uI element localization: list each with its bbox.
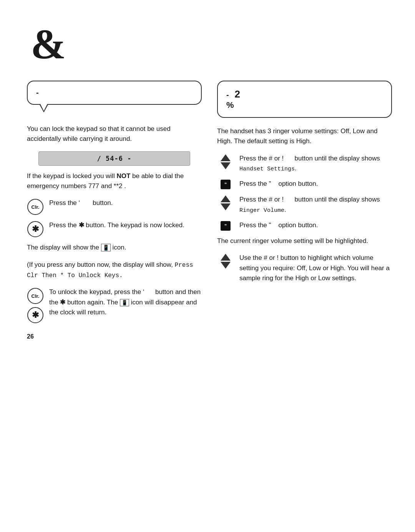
star-icon-cell: ✱ — [27, 221, 44, 237]
option-button-icon-1: " — [221, 180, 231, 189]
unlock-icon-cell: Clr. ✱ — [27, 288, 44, 323]
arrow-down-icon-3 — [221, 262, 231, 269]
right-step3-row: Press the # or ! button until the displa… — [217, 195, 392, 215]
step5-row: Clr. ✱ To unlock the keypad, press the ‘… — [27, 287, 202, 323]
right-step2-row: " Press the " option button. — [217, 179, 392, 189]
step3-text: The display will show the 📱 icon. — [27, 243, 202, 253]
right-column: - 2 % The handset has 3 ringer volume se… — [217, 81, 392, 289]
option-button-icon-2: " — [221, 221, 231, 231]
rect-btn-cell-1: " — [217, 180, 234, 189]
right-step4-row: " Press the " option button. — [217, 220, 392, 231]
right-bubble-percent: % — [226, 100, 383, 110]
clr-button-icon-2: Clr. — [27, 288, 43, 304]
arrow-down-icon-1 — [221, 162, 231, 169]
up-down-arrows-3 — [221, 254, 231, 269]
arrow-up-icon-2 — [221, 195, 231, 202]
right-description: The handset has 3 ringer volume settings… — [217, 126, 392, 147]
arrow-up-icon-3 — [221, 254, 231, 261]
right-step3-text: Press the # or ! button until the displa… — [239, 195, 392, 215]
left-column: - You can lock the keypad so that it can… — [27, 81, 202, 329]
keycode-box: / 54-6 - — [38, 151, 190, 166]
warning-text: If the keypad is locked you will NOT be … — [27, 171, 202, 192]
arrows-icon-cell-2 — [217, 195, 234, 210]
step1-text: Press the ‘ button. — [49, 198, 202, 208]
up-down-arrows-1 — [221, 154, 231, 169]
step4-text: (If you press any button now, the displa… — [27, 260, 202, 281]
arrow-down-icon-2 — [221, 203, 231, 210]
step2-text: Press the ✱ button. The keypad is now lo… — [49, 220, 202, 230]
clr-button-icon: Clr. — [27, 199, 43, 215]
arrows-icon-cell-3 — [217, 254, 234, 269]
left-description: You can lock the keypad so that it canno… — [27, 124, 202, 144]
right-speech-bubble: - 2 % — [217, 81, 392, 118]
arrows-icon-cell-1 — [217, 154, 234, 169]
up-down-arrows-2 — [221, 195, 231, 210]
step2-row: ✱ Press the ✱ button. The keypad is now … — [27, 220, 202, 237]
right-bubble-number: 2 — [234, 88, 240, 100]
left-speech-bubble: - — [27, 81, 202, 105]
right-step1-text: Press the # or ! button until the displa… — [239, 154, 392, 174]
arrow-up-icon-1 — [221, 154, 231, 161]
page-number: 26 — [27, 333, 34, 340]
page-container: & - You can lock the keypad so that it c… — [0, 0, 415, 352]
right-step4-text: Press the " option button. — [239, 220, 392, 230]
two-column-layout: - You can lock the keypad so that it can… — [27, 81, 392, 329]
step1-row: Clr. Press the ‘ button. — [27, 198, 202, 215]
right-bubble-dash: - — [226, 91, 229, 99]
big-ampersand: & — [31, 23, 392, 65]
right-step1-row: Press the # or ! button until the displa… — [217, 154, 392, 174]
step5-text: To unlock the keypad, press the ‘ button… — [49, 287, 202, 317]
star-button-icon: ✱ — [27, 221, 43, 237]
rect-btn-cell-2: " — [217, 221, 234, 231]
star-button-icon-2: ✱ — [27, 307, 43, 323]
right-step6-row: Use the # or ! button to highlight which… — [217, 253, 392, 283]
right-step6-text: Use the # or ! button to highlight which… — [239, 253, 392, 283]
right-step2-text: Press the " option button. — [239, 179, 392, 189]
right-step5-text: The current ringer volume setting will b… — [217, 236, 392, 246]
left-bubble-dash: - — [36, 88, 39, 97]
clr-icon-cell: Clr. — [27, 199, 44, 215]
